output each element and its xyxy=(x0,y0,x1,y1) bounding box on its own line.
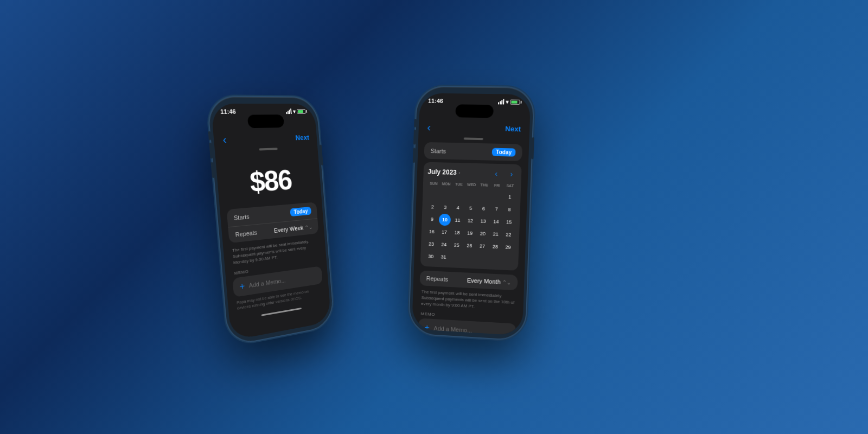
weekday-mon: MON xyxy=(440,181,453,187)
starts-section-right: Starts Today xyxy=(424,142,522,161)
weekday-wed: WED xyxy=(465,181,478,188)
volume-down-button xyxy=(210,162,214,178)
phone-right-screen: 11:46 ▾ xyxy=(412,93,531,336)
repeats-value-left: Every Week ⌃⌄ xyxy=(274,224,313,234)
calendar-day-23[interactable]: 23 xyxy=(425,238,437,250)
calendar-nav: ‹ › xyxy=(490,168,517,180)
calendar-day-6[interactable]: 6 xyxy=(477,202,490,215)
calendar-day-12[interactable]: 12 xyxy=(464,214,477,227)
calendar-day-30[interactable]: 30 xyxy=(425,250,437,263)
calendar-day-10[interactable]: 10 xyxy=(439,214,451,226)
repeats-value-right: Every Month ⌃⌄ xyxy=(467,277,511,286)
volume-down-button-right xyxy=(413,148,416,163)
calendar-day-24[interactable]: 24 xyxy=(438,238,450,251)
calendar-prev-button[interactable]: ‹ xyxy=(490,168,502,180)
phone-left: 11:46 ▾ xyxy=(207,97,334,346)
calendar-day-29[interactable]: 29 xyxy=(502,241,514,253)
calendar-day-3[interactable]: 3 xyxy=(439,201,451,214)
calendar-day-14[interactable]: 14 xyxy=(490,215,502,228)
today-badge-left: Today xyxy=(290,207,311,216)
calendar-day-20[interactable]: 20 xyxy=(476,227,489,240)
calendar-day-empty xyxy=(439,189,451,201)
calendar-day-22[interactable]: 22 xyxy=(502,228,515,241)
power-button xyxy=(320,145,323,166)
calendar-day-31[interactable]: 31 xyxy=(437,251,449,263)
nav-bar-right: ‹ Next xyxy=(418,119,530,139)
calendar-day-13[interactable]: 13 xyxy=(477,215,489,227)
calendar-day-empty xyxy=(427,188,439,201)
calendar-day-4[interactable]: 4 xyxy=(452,202,464,214)
memo-plus-icon-left: + xyxy=(239,281,245,292)
signal-icon-left xyxy=(286,108,292,114)
starts-label-left: Starts xyxy=(233,213,249,221)
wifi-icon-left: ▾ xyxy=(293,108,296,114)
chevron-icon-right: ⌃⌄ xyxy=(502,279,512,285)
volume-up-button xyxy=(209,143,213,159)
calendar-day-16[interactable]: 16 xyxy=(426,226,438,238)
silent-switch xyxy=(208,131,211,141)
calendar-day-8[interactable]: 8 xyxy=(503,203,516,216)
phone-left-screen: 11:46 ▾ xyxy=(210,104,331,341)
starts-row-right[interactable]: Starts Today xyxy=(424,142,522,161)
memo-placeholder-left: Add a Memo... xyxy=(248,277,286,289)
today-badge-right: Today xyxy=(492,148,516,157)
amount-display: $86 xyxy=(215,151,322,210)
calendar-day-21[interactable]: 21 xyxy=(489,228,502,240)
calendar-day-27[interactable]: 27 xyxy=(476,240,489,252)
repeats-label-left: Repeats xyxy=(235,229,257,238)
calendar-day-15[interactable]: 15 xyxy=(503,216,515,228)
starts-value-right: Today xyxy=(492,148,516,157)
volume-up-button-right xyxy=(413,130,416,145)
calendar-month-chevron: › xyxy=(459,170,461,175)
calendar-days: 1234567891011121314151617181920212223242… xyxy=(425,188,516,266)
status-time-right: 11:46 xyxy=(428,98,443,104)
status-time-left: 11:46 xyxy=(220,108,236,115)
amount-value: $86 xyxy=(216,162,321,201)
calendar-day-1[interactable]: 1 xyxy=(503,191,516,203)
pull-indicator-left xyxy=(259,148,277,150)
calendar-day-9[interactable]: 9 xyxy=(426,213,438,226)
battery-icon-right xyxy=(510,99,522,104)
back-button-left[interactable]: ‹ xyxy=(222,133,227,146)
calendar-header: July 2023 › ‹ › xyxy=(427,167,517,180)
calendar-day-7[interactable]: 7 xyxy=(490,203,503,215)
calendar-month: July 2023 › xyxy=(427,168,460,177)
repeats-label-right: Repeats xyxy=(426,275,448,283)
nav-bar-left: ‹ Next xyxy=(213,129,317,150)
home-indicator-left xyxy=(261,307,302,316)
calendar-day-empty xyxy=(452,189,465,202)
calendar-day-26[interactable]: 26 xyxy=(463,239,476,252)
silent-switch-right xyxy=(414,119,416,127)
dynamic-island-left xyxy=(247,114,284,128)
weekday-sun: SUN xyxy=(427,180,440,187)
repeats-row-right[interactable]: Repeats Every Month ⌃⌄ xyxy=(420,270,518,290)
weekday-sat: SAT xyxy=(503,183,516,189)
settings-section-left: Starts Today Repeats Every Week ⌃⌄ xyxy=(227,202,319,243)
calendar-day-17[interactable]: 17 xyxy=(438,226,450,239)
calendar-day-5[interactable]: 5 xyxy=(464,202,477,214)
back-button-right[interactable]: ‹ xyxy=(427,121,431,133)
calendar-day-18[interactable]: 18 xyxy=(451,226,463,239)
calendar-day-25[interactable]: 25 xyxy=(451,239,463,251)
memo-plus-icon-right: + xyxy=(424,323,430,333)
calendar-day-28[interactable]: 28 xyxy=(489,240,501,253)
calendar-container: July 2023 › ‹ › SUN MON TUE WED THU FRI … xyxy=(420,162,522,271)
calendar-weekdays: SUN MON TUE WED THU FRI SAT xyxy=(427,180,517,189)
calendar-day-19[interactable]: 19 xyxy=(464,227,476,239)
starts-value-left: Today xyxy=(290,207,311,216)
dynamic-island-right xyxy=(455,104,494,118)
wifi-icon-right: ▾ xyxy=(506,99,508,105)
next-button-right[interactable]: Next xyxy=(505,125,521,133)
pull-indicator-right xyxy=(463,137,483,140)
weekday-fri: FRI xyxy=(490,182,503,189)
calendar-day-11[interactable]: 11 xyxy=(451,214,464,227)
calendar-day-empty xyxy=(491,190,503,203)
calendar-day-2[interactable]: 2 xyxy=(426,201,438,213)
weekday-tue: TUE xyxy=(452,181,465,188)
calendar-next-button[interactable]: › xyxy=(506,168,517,180)
next-button-left[interactable]: Next xyxy=(295,133,309,142)
starts-label-right: Starts xyxy=(431,148,446,155)
memo-placeholder-right: Add a Memo... xyxy=(433,325,472,334)
power-button-right xyxy=(531,137,534,159)
calendar-day-empty xyxy=(478,190,490,202)
